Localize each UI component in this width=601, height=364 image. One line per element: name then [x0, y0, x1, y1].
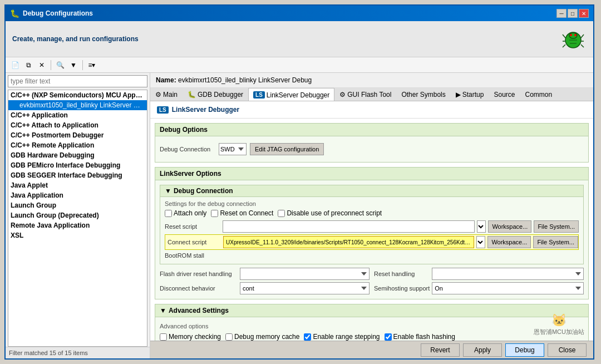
debug-connection-row: Debug Connection SWD JTAG Edit JTAG conf… [160, 143, 584, 155]
close-button[interactable]: ✕ [579, 9, 589, 18]
enable-range-stepping-label: Enable range stepping [304, 333, 380, 341]
collapse-button[interactable]: ▼ [67, 59, 80, 71]
edit-jtag-button[interactable]: Edit JTAG configuration [250, 143, 324, 155]
left-panel: C/C++ (NXP Semiconductors) MCU Applicati… [6, 73, 150, 358]
bottom-bar: Revert Apply Debug Close [150, 341, 593, 358]
tree-item-remote-java[interactable]: Remote Java Application [8, 220, 147, 230]
debug-connection-select[interactable]: SWD JTAG [219, 143, 247, 155]
reset-script-dropdown[interactable] [477, 220, 486, 233]
tree-item-gdb-hw[interactable]: GDB Hardware Debugging [8, 150, 147, 160]
connect-script-label: Connect script [165, 239, 221, 245]
enable-flash-hashing-label: Enable flash hashing [385, 333, 455, 341]
source-tab-label: Source [494, 91, 515, 99]
revert-button[interactable]: Revert [421, 343, 460, 357]
tree-item-cpp-attach[interactable]: C/C++ Attach to Application [8, 120, 147, 130]
semihosting-select[interactable]: On Off [432, 282, 584, 294]
tree-item-gdb-segger[interactable]: GDB SEGGER Interface Debugging [8, 170, 147, 180]
debug-conn-subtitle: Settings for the debug connection [165, 200, 579, 207]
tab-main[interactable]: ⚙ Main [150, 88, 183, 101]
close-button-bottom[interactable]: Close [548, 343, 587, 357]
filter-input[interactable] [8, 75, 147, 87]
adv-triangle-icon: ▼ [160, 307, 166, 314]
tree-item-evkb[interactable]: evkbimxrt1050_iled_blinky LinkServer Deb… [8, 100, 147, 110]
reset-on-connect-text: Reset on Connect [220, 209, 273, 217]
reset-on-connect-checkbox[interactable] [211, 210, 218, 217]
connect-script-dropdown[interactable] [476, 236, 485, 248]
tree-list: C/C++ (NXP Semiconductors) MCU Applicati… [8, 90, 147, 347]
tab-gdb-debugger[interactable]: 🐛 GDB Debugger [183, 88, 248, 101]
connect-filesys-button[interactable]: File System... [533, 236, 578, 248]
attach-only-checkbox[interactable] [165, 210, 172, 217]
startup-tab-icon: ▶ [456, 91, 461, 99]
svg-point-3 [574, 34, 577, 36]
ls-tab-icon: LS [253, 91, 265, 99]
advanced-settings-section: ▼ Advanced Settings Advanced options Mem… [155, 304, 589, 341]
tree-item-gdb-pemicro[interactable]: GDB PEMicro Interface Debugging [8, 160, 147, 170]
attach-only-label: Attach only [165, 209, 206, 217]
main-content: C/C++ (NXP Semiconductors) MCU Applicati… [6, 73, 593, 358]
memory-checking-checkbox[interactable] [160, 333, 167, 341]
common-tab-label: Common [525, 91, 553, 99]
reset-script-row: Reset script Workspace... File System... [165, 220, 579, 233]
tree-item-xsl[interactable]: XSL [8, 230, 147, 240]
debug-button[interactable]: Debug [505, 343, 544, 357]
disconnect-select[interactable]: cont [240, 282, 370, 294]
advanced-settings-body: Advanced options Memory checking Debug m… [155, 317, 588, 341]
window-title: Debug Configurations [23, 9, 556, 17]
tree-item-cpp-remote[interactable]: C/C++ Remote Application [8, 140, 147, 150]
memory-checking-text: Memory checking [169, 333, 221, 341]
tree-item-java-applet[interactable]: Java Applet [8, 180, 147, 190]
svg-line-9 [581, 45, 584, 47]
toolbar-separator [51, 60, 51, 70]
connect-script-input[interactable]: UXpressoIDE_11.1.0_3209/ide/binaries/Scr… [223, 236, 474, 248]
gui-tab-label: GUI Flash Tool [347, 91, 391, 99]
debug-memory-cache-checkbox[interactable] [225, 333, 233, 341]
enable-flash-hashing-checkbox[interactable] [385, 333, 392, 341]
new-config-button[interactable]: 📄 [9, 59, 21, 71]
adv-checkbox-row: Memory checking Debug memory cache Enabl… [160, 333, 584, 341]
tab-common[interactable]: Common [520, 88, 558, 101]
tree-item-launch-group-dep[interactable]: Launch Group (Deprecated) [8, 210, 147, 220]
flash-driver-select[interactable] [240, 268, 370, 280]
gdb-tab-icon: 🐛 [188, 91, 196, 99]
toolbar: 📄 ⧉ ✕ 🔍 ▼ ≡▾ [6, 57, 593, 73]
advanced-settings-header: ▼ Advanced Settings [155, 304, 588, 317]
disable-preconnect-text: Disable use of preconnect script [287, 209, 382, 217]
enable-flash-hashing-text: Enable flash hashing [393, 333, 455, 341]
delete-button[interactable]: ✕ [36, 59, 48, 71]
tab-other-symbols[interactable]: Other Symbols [396, 88, 450, 101]
debug-conn-sub-label: Debug Connection [174, 187, 233, 195]
reset-workspace-button[interactable]: Workspace... [488, 220, 531, 233]
reset-script-input[interactable] [223, 220, 475, 233]
gui-tab-icon: ⚙ [339, 91, 346, 99]
tree-item-launch-group[interactable]: Launch Group [8, 200, 147, 210]
checkbox-row-1: Attach only Reset on Connect Disable use… [165, 209, 579, 217]
reset-handling-select[interactable] [432, 268, 584, 280]
header-title: Create, manage, and run configurations [12, 35, 139, 43]
config-name-value: evkbimxrt1050_iled_blinky LinkServer Deb… [178, 76, 312, 84]
apply-button[interactable]: Apply [463, 343, 502, 357]
duplicate-button[interactable]: ⧉ [22, 59, 35, 71]
maximize-button[interactable]: □ [568, 9, 578, 18]
debug-memory-cache-label: Debug memory cache [225, 333, 299, 341]
disable-preconnect-label: Disable use of preconnect script [278, 209, 382, 217]
filter-button[interactable]: 🔍 [54, 59, 66, 71]
svg-line-4 [563, 35, 565, 38]
svg-point-2 [570, 34, 572, 36]
disable-preconnect-checkbox[interactable] [278, 210, 285, 217]
minimize-button[interactable]: ─ [556, 9, 566, 18]
tree-item-cpp-postmortem[interactable]: C/C++ Postmortem Debugger [8, 130, 147, 140]
tree-item-cpp-app[interactable]: C/C++ Application [8, 110, 147, 120]
tab-source[interactable]: Source [489, 88, 520, 101]
tab-startup[interactable]: ▶ Startup [451, 88, 489, 101]
tab-gui-flash[interactable]: ⚙ GUI Flash Tool [334, 88, 396, 101]
tree-item-java-app[interactable]: Java Application [8, 190, 147, 200]
enable-range-stepping-checkbox[interactable] [304, 333, 311, 341]
connect-workspace-button[interactable]: Workspace... [487, 236, 531, 248]
menu-button[interactable]: ≡▾ [86, 59, 98, 71]
tree-item-nxp[interactable]: C/C++ (NXP Semiconductors) MCU Applicati… [8, 90, 147, 100]
tab-linkserver[interactable]: LS LinkServer Debugger [248, 88, 334, 101]
startup-tab-label: Startup [462, 91, 484, 99]
reset-filesys-button[interactable]: File System... [534, 220, 579, 233]
reset-on-connect-label: Reset on Connect [211, 209, 273, 217]
